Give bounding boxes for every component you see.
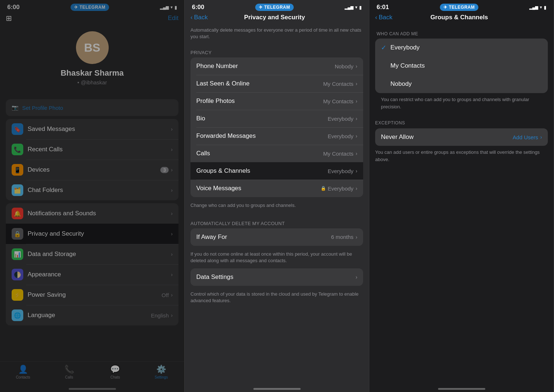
home-indicator-3 xyxy=(438,388,485,390)
panel-groups-channels: 6:01 ✈ TELEGRAM ▂▄▆ ▾ ▮ ‹ Back Groups & … xyxy=(369,0,554,392)
groups-channels-scroll: WHO CAN ADD ME ✓ Everybody ✓ My Contacts… xyxy=(369,24,554,387)
privacy-calls[interactable]: Calls My Contacts › xyxy=(190,145,363,162)
profile-username: • @ibhaskar xyxy=(77,79,107,85)
devices-badge: 3 xyxy=(160,167,169,173)
signal-icon-2: ▂▄▆ xyxy=(345,5,353,10)
privacy-phone-number[interactable]: Phone Number Nobody › xyxy=(190,57,363,75)
settings-group-1: 🔖 Saved Messages › 📞 Recent Calls › 📱 De… xyxy=(6,119,178,200)
my-contacts-label: My Contacts xyxy=(390,62,542,69)
settings-item-privacy[interactable]: 🔒 Privacy and Security › xyxy=(6,224,178,244)
everybody-label: Everybody xyxy=(390,44,542,51)
privacy-profile-photos[interactable]: Profile Photos My Contacts › xyxy=(190,92,363,110)
profile-section: BS Bhaskar Sharma • @ibhaskar xyxy=(0,25,184,94)
settings-item-power[interactable]: ⚡ Power Saving Off › xyxy=(6,285,178,305)
back-label-3: Back xyxy=(379,14,393,21)
telegram-pill-1: ✈ TELEGRAM xyxy=(71,4,109,11)
settings-tab-label: Settings xyxy=(155,375,168,379)
saved-messages-icon: 🔖 xyxy=(12,123,23,135)
option-my-contacts[interactable]: ✓ My Contacts xyxy=(375,57,548,75)
chevron-profile-photos: › xyxy=(356,98,357,104)
back-chevron-3: ‹ xyxy=(375,14,377,21)
appearance-label: Appearance xyxy=(28,271,171,278)
calls-tab-label: Calls xyxy=(65,375,73,379)
back-button-2[interactable]: ‹ Back xyxy=(190,14,208,21)
grid-icon[interactable]: ⊞ xyxy=(6,14,12,22)
language-value: English xyxy=(151,312,169,319)
option-everybody[interactable]: ✓ Everybody xyxy=(375,39,548,57)
chevron-forwarded: › xyxy=(356,133,357,139)
status-icons-3: ▂▄▆ ▾ ▮ xyxy=(529,5,546,10)
groups-channels-value: Everybody xyxy=(328,168,353,174)
language-label: Language xyxy=(28,312,151,319)
chevron-folders: › xyxy=(171,187,173,193)
voice-value-text: Everybody xyxy=(328,185,353,192)
privacy-bio[interactable]: Bio Everybody › xyxy=(190,110,363,127)
edit-button[interactable]: Edit xyxy=(168,15,178,22)
chevron-power: › xyxy=(171,292,173,298)
signal-icon-3: ▂▄▆ xyxy=(529,5,538,10)
exceptions-header: EXCEPTIONS xyxy=(375,117,548,128)
privacy-last-seen[interactable]: Last Seen & Online My Contacts › xyxy=(190,75,363,92)
avatar: BS xyxy=(76,31,109,64)
privacy-forwarded[interactable]: Forwarded Messages Everybody › xyxy=(190,127,363,145)
panel-settings-main: 6:00 ✈ TELEGRAM ▂▄▆ ▾ ▮ ⊞ Edit BS Bhaska… xyxy=(0,0,185,392)
chevron-voice: › xyxy=(356,185,357,191)
chat-folders-icon: 🗂️ xyxy=(12,184,23,196)
telegram-label-1: TELEGRAM xyxy=(80,5,105,10)
nav-title-3: Groups & Channels xyxy=(430,14,488,21)
notifications-label: Notifications and Sounds xyxy=(28,210,171,217)
notifications-icon: 🔔 xyxy=(12,208,23,219)
tab-calls[interactable]: 📞 Calls xyxy=(46,365,92,379)
settings-item-data[interactable]: 📊 Data and Storage › xyxy=(6,244,178,264)
camera-icon: 📷 xyxy=(12,104,19,111)
back-button-3[interactable]: ‹ Back xyxy=(375,14,392,21)
exceptions-item[interactable]: Never Allow Add Users › xyxy=(375,128,548,146)
option-nobody[interactable]: ✓ Nobody xyxy=(375,75,548,93)
status-time-2: 6:00 xyxy=(192,4,204,11)
chevron-notifications: › xyxy=(171,211,173,216)
privacy-groups-channels[interactable]: Groups & Channels Everybody › xyxy=(190,162,363,180)
contacts-tab-icon: 👤 xyxy=(18,365,28,374)
settings-item-notifications[interactable]: 🔔 Notifications and Sounds › xyxy=(6,203,178,224)
settings-item-appearance[interactable]: 🌓 Appearance › xyxy=(6,264,178,285)
telegram-pill-3: ✈ TELEGRAM xyxy=(440,4,478,11)
who-can-container: WHO CAN ADD ME ✓ Everybody ✓ My Contacts… xyxy=(375,28,548,116)
chats-tab-label: Chats xyxy=(111,375,120,379)
settings-item-recent-calls[interactable]: 📞 Recent Calls › xyxy=(6,139,178,160)
phone-number-label: Phone Number xyxy=(196,63,335,70)
chevron-devices: › xyxy=(171,167,173,173)
option-description: You can restrict who can add you to grou… xyxy=(375,93,548,116)
nav-title-2: Privacy and Security xyxy=(244,14,305,21)
exceptions-section: EXCEPTIONS Never Allow Add Users › You c… xyxy=(375,117,548,167)
recent-calls-label: Recent Calls xyxy=(28,146,171,153)
tab-settings[interactable]: ⚙️ Settings xyxy=(138,365,184,379)
settings-item-language[interactable]: 🌐 Language English › xyxy=(6,305,178,325)
recent-calls-icon: 📞 xyxy=(12,144,23,155)
profile-photos-value: My Contacts xyxy=(323,98,353,104)
set-photo-label: Set Profile Photo xyxy=(22,105,63,111)
settings-item-chat-folders[interactable]: 🗂️ Chat Folders › xyxy=(6,180,178,200)
chats-tab-icon: 💬 xyxy=(110,365,120,374)
calls-privacy-value: My Contacts xyxy=(323,151,353,157)
tab-chats[interactable]: 💬 Chats xyxy=(92,365,138,379)
calls-privacy-label: Calls xyxy=(196,150,323,157)
settings-item-devices[interactable]: 📱 Devices 3 › xyxy=(6,160,178,180)
chevron-data: › xyxy=(171,251,173,257)
away-for-item[interactable]: If Away For 6 months › xyxy=(190,228,363,246)
telegram-pill-2: ✈ TELEGRAM xyxy=(255,4,294,11)
home-indicator-1 xyxy=(69,388,116,390)
status-icons-2: ▂▄▆ ▾ ▮ xyxy=(345,5,362,10)
profile-photos-label: Profile Photos xyxy=(196,97,323,105)
settings-item-saved-messages[interactable]: 🔖 Saved Messages › xyxy=(6,119,178,139)
tab-contacts[interactable]: 👤 Contacts xyxy=(0,365,46,379)
settings-tab-icon: ⚙️ xyxy=(156,365,166,374)
data-settings-item[interactable]: Data Settings › xyxy=(190,268,363,286)
power-saving-value: Off xyxy=(162,292,169,298)
privacy-scroll: Automatically delete messages for everyo… xyxy=(185,24,369,387)
tg-plane-3: ✈ xyxy=(443,5,447,10)
data-storage-label: Data and Storage xyxy=(28,251,171,258)
privacy-voice-messages[interactable]: Voice Messages 🔒 Everybody › xyxy=(190,180,363,197)
who-can-options: ✓ Everybody ✓ My Contacts ✓ Nobody xyxy=(375,39,548,93)
contacts-tab-label: Contacts xyxy=(16,375,30,379)
set-profile-photo-button[interactable]: 📷 Set Profile Photo xyxy=(6,99,178,116)
